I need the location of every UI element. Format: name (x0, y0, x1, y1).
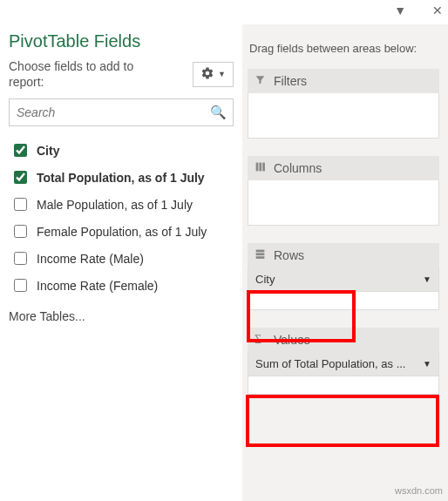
field-checkbox[interactable] (14, 144, 27, 157)
more-tables-link[interactable]: More Tables... (9, 309, 234, 323)
field-checkbox[interactable] (14, 171, 27, 184)
field-checkbox[interactable] (14, 279, 27, 292)
svg-rect-2 (262, 163, 265, 172)
field-checkbox[interactable] (14, 198, 27, 211)
field-label: Income Rate (Male) (37, 252, 144, 266)
values-area[interactable]: Σ Values Sum of Total Population, as ...… (248, 328, 439, 395)
pane-title: PivotTable Fields (9, 31, 234, 51)
drag-areas-label: Drag fields between areas below: (249, 42, 439, 55)
sigma-icon: Σ (255, 333, 267, 347)
field-label: Female Population, as of 1 July (37, 225, 207, 239)
search-icon: 🔍 (210, 105, 227, 120)
columns-title: Columns (274, 161, 322, 175)
dropdown-icon[interactable]: ▼ (394, 3, 406, 17)
filters-area[interactable]: Filters (248, 69, 439, 139)
field-item[interactable]: Total Population, as of 1 July (9, 164, 234, 191)
filter-icon (255, 74, 267, 88)
rows-title: Rows (274, 248, 304, 262)
caret-down-icon: ▼ (423, 274, 431, 284)
field-checkbox[interactable] (14, 252, 27, 265)
field-checkbox[interactable] (14, 225, 27, 238)
field-list: CityTotal Population, as of 1 JulyMale P… (9, 137, 234, 299)
columns-area[interactable]: Columns (248, 156, 439, 226)
filters-title: Filters (274, 74, 307, 88)
close-icon[interactable]: ✕ (432, 3, 443, 17)
field-item[interactable]: City (9, 137, 234, 164)
rows-area[interactable]: Rows City▼ (248, 243, 439, 310)
tools-button[interactable]: ▼ (193, 62, 234, 87)
caret-down-icon: ▼ (218, 70, 226, 78)
rows-icon (255, 248, 267, 262)
pill-label: Sum of Total Population, as ... (255, 357, 405, 370)
caret-down-icon: ▼ (423, 359, 431, 369)
svg-rect-3 (256, 250, 265, 253)
choose-fields-label: Choose fields to add to report: (9, 58, 166, 90)
columns-icon (255, 161, 267, 175)
search-input[interactable] (9, 98, 234, 126)
svg-rect-1 (259, 163, 261, 172)
values-title: Values (274, 333, 310, 347)
area-pill[interactable]: Sum of Total Population, as ...▼ (248, 352, 438, 376)
field-item[interactable]: Female Population, as of 1 July (9, 218, 234, 245)
field-label: Income Rate (Female) (37, 279, 158, 293)
svg-rect-4 (256, 253, 265, 255)
watermark: wsxdn.com (395, 485, 443, 496)
field-label: Total Population, as of 1 July (37, 171, 205, 185)
field-item[interactable]: Income Rate (Female) (9, 272, 234, 299)
field-label: Male Population, as of 1 July (37, 198, 193, 212)
svg-rect-0 (256, 163, 259, 172)
field-label: City (37, 144, 59, 158)
gear-icon (200, 66, 214, 83)
pill-label: City (255, 273, 275, 286)
svg-rect-5 (256, 256, 265, 259)
field-item[interactable]: Income Rate (Male) (9, 245, 234, 272)
field-item[interactable]: Male Population, as of 1 July (9, 191, 234, 218)
area-pill[interactable]: City▼ (248, 267, 438, 292)
